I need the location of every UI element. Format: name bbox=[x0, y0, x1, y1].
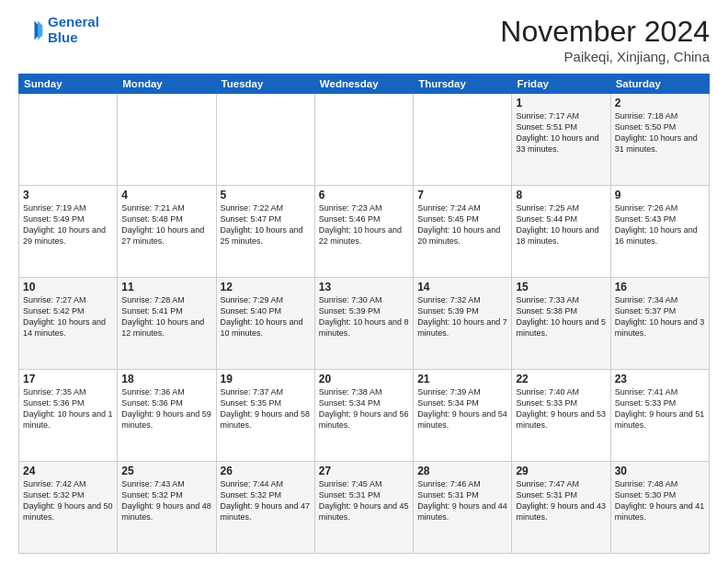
calendar-cell: 21Sunrise: 7:39 AM Sunset: 5:34 PM Dayli… bbox=[414, 370, 512, 462]
day-number: 19 bbox=[221, 373, 311, 385]
cell-text: Sunrise: 7:24 AM Sunset: 5:45 PM Dayligh… bbox=[417, 202, 507, 247]
day-of-week-thursday: Thursday bbox=[414, 75, 512, 94]
calendar-cell bbox=[414, 94, 512, 186]
calendar-body: 1Sunrise: 7:17 AM Sunset: 5:51 PM Daylig… bbox=[19, 94, 710, 554]
day-number: 3 bbox=[23, 189, 113, 201]
calendar-cell: 5Sunrise: 7:22 AM Sunset: 5:47 PM Daylig… bbox=[216, 186, 314, 278]
calendar-week-2: 3Sunrise: 7:19 AM Sunset: 5:49 PM Daylig… bbox=[19, 186, 710, 278]
calendar-cell bbox=[216, 94, 314, 186]
logo-line1: General bbox=[48, 14, 99, 29]
day-number: 17 bbox=[23, 373, 113, 385]
day-number: 22 bbox=[516, 373, 606, 385]
day-number: 11 bbox=[121, 281, 211, 293]
cell-text: Sunrise: 7:34 AM Sunset: 5:37 PM Dayligh… bbox=[615, 294, 705, 339]
cell-text: Sunrise: 7:35 AM Sunset: 5:36 PM Dayligh… bbox=[23, 386, 113, 431]
day-number: 27 bbox=[319, 465, 409, 477]
day-number: 5 bbox=[221, 189, 311, 201]
calendar-week-1: 1Sunrise: 7:17 AM Sunset: 5:51 PM Daylig… bbox=[19, 94, 710, 186]
cell-text: Sunrise: 7:41 AM Sunset: 5:33 PM Dayligh… bbox=[615, 386, 705, 431]
day-number: 12 bbox=[221, 281, 311, 293]
svg-marker-1 bbox=[38, 20, 42, 40]
day-number: 24 bbox=[23, 465, 113, 477]
calendar-cell: 25Sunrise: 7:43 AM Sunset: 5:32 PM Dayli… bbox=[118, 462, 216, 554]
day-number: 14 bbox=[417, 281, 507, 293]
calendar-cell bbox=[19, 94, 118, 186]
day-number: 9 bbox=[615, 189, 705, 201]
calendar-cell: 19Sunrise: 7:37 AM Sunset: 5:35 PM Dayli… bbox=[216, 370, 314, 462]
calendar-cell: 15Sunrise: 7:33 AM Sunset: 5:38 PM Dayli… bbox=[512, 278, 610, 370]
day-number: 7 bbox=[417, 189, 507, 201]
cell-text: Sunrise: 7:30 AM Sunset: 5:39 PM Dayligh… bbox=[319, 294, 409, 339]
cell-text: Sunrise: 7:18 AM Sunset: 5:50 PM Dayligh… bbox=[615, 110, 705, 155]
cell-text: Sunrise: 7:39 AM Sunset: 5:34 PM Dayligh… bbox=[417, 386, 507, 431]
calendar-cell: 23Sunrise: 7:41 AM Sunset: 5:33 PM Dayli… bbox=[610, 370, 709, 462]
calendar-header-row: SundayMondayTuesdayWednesdayThursdayFrid… bbox=[19, 75, 710, 94]
logo-line2: Blue bbox=[48, 29, 78, 45]
cell-text: Sunrise: 7:29 AM Sunset: 5:40 PM Dayligh… bbox=[221, 294, 311, 339]
calendar-week-5: 24Sunrise: 7:42 AM Sunset: 5:32 PM Dayli… bbox=[19, 462, 710, 554]
cell-text: Sunrise: 7:25 AM Sunset: 5:44 PM Dayligh… bbox=[516, 202, 606, 247]
day-number: 18 bbox=[121, 373, 211, 385]
cell-text: Sunrise: 7:42 AM Sunset: 5:32 PM Dayligh… bbox=[23, 478, 113, 523]
calendar-cell: 28Sunrise: 7:46 AM Sunset: 5:31 PM Dayli… bbox=[414, 462, 512, 554]
calendar-cell: 24Sunrise: 7:42 AM Sunset: 5:32 PM Dayli… bbox=[19, 462, 118, 554]
calendar-week-4: 17Sunrise: 7:35 AM Sunset: 5:36 PM Dayli… bbox=[19, 370, 710, 462]
cell-text: Sunrise: 7:21 AM Sunset: 5:48 PM Dayligh… bbox=[121, 202, 211, 247]
cell-text: Sunrise: 7:17 AM Sunset: 5:51 PM Dayligh… bbox=[516, 110, 606, 155]
calendar-cell: 13Sunrise: 7:30 AM Sunset: 5:39 PM Dayli… bbox=[314, 278, 413, 370]
cell-text: Sunrise: 7:23 AM Sunset: 5:46 PM Dayligh… bbox=[319, 202, 409, 247]
calendar-cell: 17Sunrise: 7:35 AM Sunset: 5:36 PM Dayli… bbox=[19, 370, 118, 462]
cell-text: Sunrise: 7:36 AM Sunset: 5:36 PM Dayligh… bbox=[121, 386, 211, 431]
calendar-cell: 9Sunrise: 7:26 AM Sunset: 5:43 PM Daylig… bbox=[610, 186, 709, 278]
day-number: 15 bbox=[516, 281, 606, 293]
day-number: 30 bbox=[615, 465, 705, 477]
header: General Blue November 2024 Paikeqi, Xinj… bbox=[18, 15, 710, 64]
calendar-cell: 22Sunrise: 7:40 AM Sunset: 5:33 PM Dayli… bbox=[512, 370, 610, 462]
day-number: 25 bbox=[121, 465, 211, 477]
cell-text: Sunrise: 7:38 AM Sunset: 5:34 PM Dayligh… bbox=[319, 386, 409, 431]
calendar-cell: 8Sunrise: 7:25 AM Sunset: 5:44 PM Daylig… bbox=[512, 186, 610, 278]
cell-text: Sunrise: 7:40 AM Sunset: 5:33 PM Dayligh… bbox=[516, 386, 606, 431]
cell-text: Sunrise: 7:48 AM Sunset: 5:30 PM Dayligh… bbox=[615, 478, 705, 523]
day-number: 13 bbox=[319, 281, 409, 293]
day-of-week-saturday: Saturday bbox=[610, 75, 709, 94]
calendar: SundayMondayTuesdayWednesdayThursdayFrid… bbox=[18, 74, 710, 554]
day-number: 1 bbox=[516, 97, 606, 109]
cell-text: Sunrise: 7:19 AM Sunset: 5:49 PM Dayligh… bbox=[23, 202, 113, 247]
cell-text: Sunrise: 7:28 AM Sunset: 5:41 PM Dayligh… bbox=[121, 294, 211, 339]
day-number: 4 bbox=[121, 189, 211, 201]
calendar-cell: 11Sunrise: 7:28 AM Sunset: 5:41 PM Dayli… bbox=[118, 278, 216, 370]
day-of-week-friday: Friday bbox=[512, 75, 610, 94]
calendar-cell: 18Sunrise: 7:36 AM Sunset: 5:36 PM Dayli… bbox=[118, 370, 216, 462]
calendar-cell: 3Sunrise: 7:19 AM Sunset: 5:49 PM Daylig… bbox=[19, 186, 118, 278]
calendar-cell: 4Sunrise: 7:21 AM Sunset: 5:48 PM Daylig… bbox=[118, 186, 216, 278]
calendar-cell: 30Sunrise: 7:48 AM Sunset: 5:30 PM Dayli… bbox=[610, 462, 709, 554]
day-number: 20 bbox=[319, 373, 409, 385]
calendar-week-3: 10Sunrise: 7:27 AM Sunset: 5:42 PM Dayli… bbox=[19, 278, 710, 370]
cell-text: Sunrise: 7:22 AM Sunset: 5:47 PM Dayligh… bbox=[221, 202, 311, 247]
day-number: 21 bbox=[417, 373, 507, 385]
day-number: 23 bbox=[615, 373, 705, 385]
calendar-cell: 7Sunrise: 7:24 AM Sunset: 5:45 PM Daylig… bbox=[414, 186, 512, 278]
cell-text: Sunrise: 7:32 AM Sunset: 5:39 PM Dayligh… bbox=[417, 294, 507, 339]
day-number: 8 bbox=[516, 189, 606, 201]
calendar-cell: 27Sunrise: 7:45 AM Sunset: 5:31 PM Dayli… bbox=[314, 462, 413, 554]
cell-text: Sunrise: 7:45 AM Sunset: 5:31 PM Dayligh… bbox=[319, 478, 409, 523]
day-of-week-tuesday: Tuesday bbox=[216, 75, 314, 94]
day-number: 29 bbox=[516, 465, 606, 477]
month-title: November 2024 bbox=[500, 15, 710, 49]
cell-text: Sunrise: 7:33 AM Sunset: 5:38 PM Dayligh… bbox=[516, 294, 606, 339]
cell-text: Sunrise: 7:37 AM Sunset: 5:35 PM Dayligh… bbox=[221, 386, 311, 431]
location: Paikeqi, Xinjiang, China bbox=[500, 49, 710, 64]
cell-text: Sunrise: 7:46 AM Sunset: 5:31 PM Dayligh… bbox=[417, 478, 507, 523]
calendar-cell: 1Sunrise: 7:17 AM Sunset: 5:51 PM Daylig… bbox=[512, 94, 610, 186]
day-number: 2 bbox=[615, 97, 705, 109]
cell-text: Sunrise: 7:26 AM Sunset: 5:43 PM Dayligh… bbox=[615, 202, 705, 247]
day-number: 28 bbox=[417, 465, 507, 477]
cell-text: Sunrise: 7:44 AM Sunset: 5:32 PM Dayligh… bbox=[221, 478, 311, 523]
calendar-cell: 6Sunrise: 7:23 AM Sunset: 5:46 PM Daylig… bbox=[314, 186, 413, 278]
cell-text: Sunrise: 7:27 AM Sunset: 5:42 PM Dayligh… bbox=[23, 294, 113, 339]
day-of-week-monday: Monday bbox=[118, 75, 216, 94]
calendar-cell: 2Sunrise: 7:18 AM Sunset: 5:50 PM Daylig… bbox=[610, 94, 709, 186]
day-of-week-sunday: Sunday bbox=[19, 75, 118, 94]
